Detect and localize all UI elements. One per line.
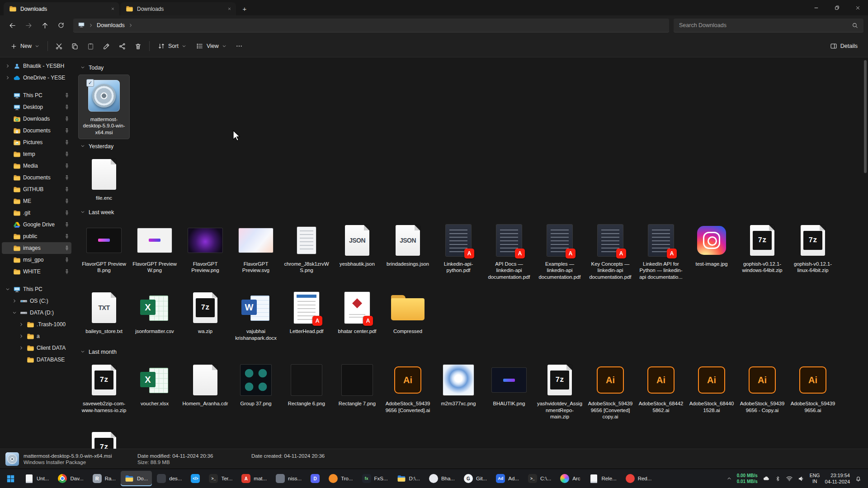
group-header-last-month[interactable]: Last month: [80, 347, 864, 357]
delete-button[interactable]: [130, 38, 146, 54]
file-tile-document-zip[interactable]: 7zDOCUMENT.zip: [79, 427, 129, 449]
taskbar-app-red[interactable]: Red...: [622, 471, 656, 486]
sidebar-item-this-pc[interactable]: This PC: [2, 89, 71, 101]
close-button[interactable]: [847, 0, 868, 15]
file-tile-letterhead-pdf[interactable]: ALetterHead.pdf: [281, 287, 332, 338]
taskbar-app-ra[interactable]: RRa...: [89, 471, 120, 486]
file-tile-adobestock-594399656-converted-ai[interactable]: AiAdobeStock_594399656 [Converted].ai: [382, 359, 433, 417]
sidebar-item-public[interactable]: public: [2, 230, 71, 242]
view-button[interactable]: View: [191, 38, 231, 54]
taskbar-app-unt[interactable]: Unt...: [20, 471, 53, 486]
file-tile-linkedin-api-python-pdf[interactable]: ALinkedin-api-python.pdf: [433, 220, 484, 277]
sidebar-item-trash-1000[interactable]: .Trash-1000: [2, 319, 71, 330]
file-tile-rectangle-7-png[interactable]: Rectangle 7.png: [332, 359, 382, 410]
sidebar-item-database[interactable]: DATABASE: [2, 354, 71, 366]
chevron-right-icon[interactable]: [18, 346, 24, 350]
explorer-tab[interactable]: Downloads: [120, 2, 236, 15]
chevron-right-icon[interactable]: [11, 299, 18, 303]
taskbar-app-fxs[interactable]: fxFxS...: [358, 471, 392, 486]
taskbar-app-d[interactable]: D:\...: [393, 471, 424, 486]
taskbar-app-git[interactable]: GGit...: [460, 471, 491, 486]
taskbar-app-ad[interactable]: AdAd...: [492, 471, 523, 486]
sidebar-item-client-data[interactable]: Client DATA: [2, 342, 71, 354]
address-bar[interactable]: Downloads: [73, 19, 669, 33]
file-tile-adobestock-594399656-ai[interactable]: AiAdobeStock_594399656.ai: [788, 359, 838, 417]
minimize-button[interactable]: [806, 0, 826, 15]
sidebar-item-msi-gpo[interactable]: msi_gpo: [2, 254, 71, 266]
file-tile-linkedin-api-for-python-linkedin-api-documentatio[interactable]: ALinkedIn API for Python — linkedin-api …: [636, 220, 686, 283]
file-tile-api-docs-linkedin-api-documentation-pdf[interactable]: AAPI Docs — linkedin-api documentation.p…: [484, 220, 534, 283]
chevron-right-icon[interactable]: [5, 64, 11, 68]
taskbar-app-arc[interactable]: Arc: [556, 471, 584, 486]
file-tile-compressed[interactable]: Compressed: [382, 287, 433, 338]
chevron-down-icon[interactable]: [11, 310, 18, 315]
notification-bell-icon[interactable]: [855, 475, 862, 482]
new-tab-button[interactable]: +: [239, 3, 250, 14]
file-tile-key-concepts-linkedin-api-documentation-pdf[interactable]: AKey Concepts — linkedin-api documentati…: [585, 220, 636, 283]
file-tile-baileys-store-txt[interactable]: TXTbaileys_store.txt: [79, 287, 129, 338]
file-tile-rectangle-6-png[interactable]: Rectangle 6.png: [281, 359, 332, 410]
up-button[interactable]: [37, 18, 52, 33]
tab-close-icon[interactable]: [225, 5, 233, 13]
volume-icon[interactable]: [798, 475, 805, 482]
taskbar-app-mat[interactable]: Amat...: [237, 471, 271, 486]
file-tile-chrome-j8sk1zrvws-png[interactable]: chrome_J8sk1zrvWS.png: [281, 220, 332, 277]
file-tile-vajubhai-krishanapark-docx[interactable]: Wvajubhai krishanapark.docx: [231, 287, 281, 344]
taskbar-app-do[interactable]: Do...: [121, 471, 152, 486]
file-tile-flavorgpt-preview-svg[interactable]: FlavorGPT Preview.svg: [231, 220, 281, 277]
sidebar-item-pictures[interactable]: Pictures: [2, 136, 71, 148]
sidebar-item-media[interactable]: Media: [2, 160, 71, 172]
cut-button[interactable]: [51, 38, 67, 54]
file-tile-adobestock-594399656-copy-ai[interactable]: AiAdobeStock_594399656 - Copy.ai: [737, 359, 788, 417]
clock-widget[interactable]: 23:19:54 04-11-2024: [825, 472, 850, 485]
sidebar-item-github[interactable]: GITHUB: [2, 183, 71, 195]
taskbar-app-tro[interactable]: Tro...: [325, 471, 357, 486]
paste-button[interactable]: [83, 38, 99, 54]
forward-button[interactable]: [21, 18, 36, 33]
file-tile-saveweb2zip-com-www-harness-io-zip[interactable]: 7zsaveweb2zip-com-www-harness-io.zip: [79, 359, 129, 417]
taskbar-app-niss[interactable]: niss...: [272, 471, 306, 486]
sidebar-item-documents[interactable]: Documents: [2, 125, 71, 136]
sidebar-item-white[interactable]: WHITE: [2, 266, 71, 277]
language-indicator[interactable]: ENG IN: [810, 473, 820, 484]
chevron-down-icon[interactable]: [5, 287, 11, 291]
file-tile-bhatar-center-pdf[interactable]: Abhatar center.pdf: [332, 287, 382, 338]
copy-button[interactable]: [67, 38, 83, 54]
chevron-right-icon[interactable]: [128, 23, 133, 28]
refresh-button[interactable]: [53, 18, 69, 33]
sidebar-item-data-d[interactable]: DATA (D:): [2, 307, 71, 319]
file-tile-m2m377xc-png[interactable]: m2m377xc.png: [433, 359, 484, 410]
file-tile-flavorgpt-preview-b-png[interactable]: FlavorGPT Preview B.png: [79, 220, 129, 277]
file-tile-wa-zip[interactable]: 7zwa.zip: [180, 287, 231, 338]
file-tile-gophish-v0-12-1-windows-64bit-zip[interactable]: 7zgophish-v0.12.1-windows-64bit.zip: [737, 220, 788, 277]
file-tile-brindadesings-json[interactable]: JSONbrindadesings.json: [382, 220, 433, 270]
sidebar-item-a[interactable]: a: [2, 330, 71, 342]
chevron-right-icon[interactable]: [5, 75, 11, 80]
chevron-down-icon[interactable]: [80, 65, 85, 71]
chevron-down-icon[interactable]: [80, 349, 85, 355]
share-button[interactable]: [114, 38, 130, 54]
sidebar-item-desktop[interactable]: Desktop: [2, 101, 71, 113]
group-header-today[interactable]: Today: [80, 62, 864, 73]
file-tile-file-enc[interactable]: file.enc: [79, 154, 129, 204]
chevron-down-icon[interactable]: [80, 209, 85, 216]
file-tile-adobestock-684401528-ai[interactable]: AiAdobeStock_684401528.ai: [686, 359, 737, 417]
taskbar-app-vscode[interactable]: </>: [187, 471, 204, 486]
sidebar-item-temp[interactable]: temp: [2, 148, 71, 160]
sidebar-item-bhautik-yesbh[interactable]: Bhautik - YESBH: [2, 60, 71, 72]
new-button[interactable]: New: [5, 38, 44, 54]
rename-button[interactable]: [99, 38, 114, 54]
chevron-right-icon[interactable]: [18, 334, 24, 338]
file-tile-group-37-png[interactable]: Group 37.png: [231, 359, 281, 410]
file-tile-mattermost-desktop-5-9-0-win-x64-msi[interactable]: ✓mattermost-desktop-5.9.0-win-x64.msi: [79, 75, 129, 139]
taskbar-app-bha[interactable]: Bha...: [425, 471, 459, 486]
network-speed-widget[interactable]: 0.00 MB/s 0.01 MB/s: [737, 473, 758, 484]
sidebar-item-google-drive[interactable]: Google Drive: [2, 219, 71, 230]
file-tile-examples-linkedin-api-documentation-pdf[interactable]: AExamples — linkedin-api documentation.p…: [534, 220, 585, 283]
file-tile-homem-aranha-cdr[interactable]: Homem_Aranha.cdr: [180, 359, 231, 410]
hidden-icons-chevron-icon[interactable]: [726, 476, 732, 481]
chevron-right-icon[interactable]: [89, 23, 93, 28]
details-pane-button[interactable]: Details: [825, 38, 863, 54]
breadcrumb-location[interactable]: Downloads: [97, 22, 125, 28]
taskbar-app-dav[interactable]: Dav...: [54, 471, 87, 486]
